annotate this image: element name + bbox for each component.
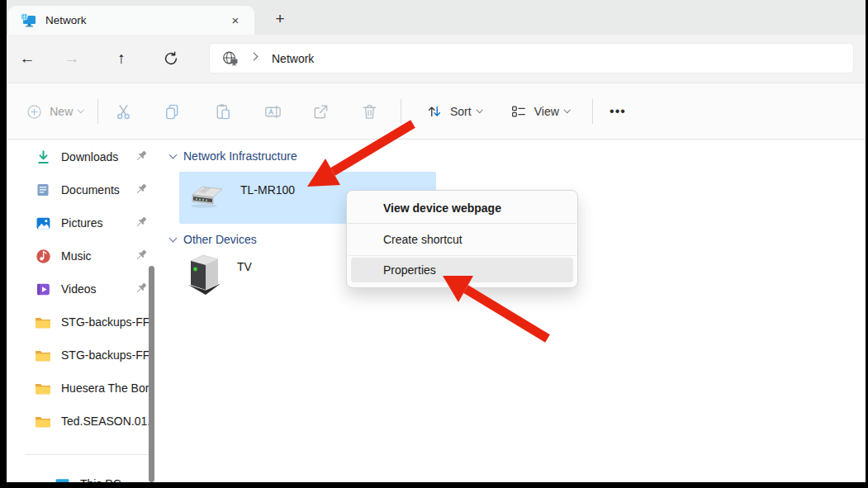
pictures-icon	[35, 215, 51, 231]
folder-icon	[35, 314, 51, 330]
tab-network[interactable]: Network ×	[8, 6, 254, 35]
group-title: Other Devices	[183, 233, 257, 246]
sidebar-item-label: STG-backups-FF	[61, 315, 150, 329]
file-explorer-window: Network × + ← → ↑	[7, 0, 866, 482]
device-name: TV	[237, 260, 252, 303]
sidebar-item-folder[interactable]: Huesera The Bor	[7, 372, 162, 405]
sort-button-label: Sort	[450, 105, 472, 118]
delete-icon	[360, 102, 379, 121]
videos-icon	[35, 281, 51, 297]
paste-button[interactable]	[205, 95, 241, 128]
pushpin-icon	[134, 248, 149, 263]
command-toolbar: New	[7, 83, 866, 140]
chevron-down-icon	[169, 150, 178, 159]
this-pc-icon	[54, 476, 70, 482]
copy-button[interactable]	[154, 95, 190, 128]
tab-close-icon[interactable]: ×	[225, 10, 246, 31]
refresh-icon	[164, 51, 178, 66]
sidebar-item-music[interactable]: Music	[7, 239, 162, 272]
chevron-down-icon	[169, 234, 178, 242]
group-header-other-devices[interactable]: Other Devices	[170, 233, 257, 246]
rename-icon	[263, 102, 282, 121]
sidebar-divider	[25, 454, 152, 455]
sidebar-item-label: Huesera The Bor	[61, 381, 150, 395]
sidebar-item-this-pc[interactable]: This PC	[7, 467, 162, 482]
sidebar-item-folder[interactable]: STG-backups-FF	[7, 339, 162, 372]
sidebar-item-folder[interactable]: STG-backups-FF	[7, 306, 162, 339]
sort-icon	[425, 102, 443, 121]
breadcrumb-location: Network	[272, 52, 314, 65]
device-tile-tv[interactable]: TV	[179, 252, 344, 303]
router-device-icon	[186, 180, 225, 215]
content-area: Downloads Documents	[7, 140, 866, 482]
menu-item-properties[interactable]: Properties	[351, 258, 573, 282]
sidebar-item-documents[interactable]: Documents	[7, 173, 162, 206]
share-icon	[311, 102, 330, 121]
folder-icon	[35, 347, 51, 363]
group-header-network-infrastructure[interactable]: Network Infrastructure	[170, 149, 297, 163]
sidebar-item-folder[interactable]: Ted.SEASON.01.	[7, 405, 162, 438]
device-name: TL-MR100	[240, 183, 295, 224]
back-button[interactable]: ←	[12, 44, 42, 73]
sidebar-item-videos[interactable]: Videos	[7, 272, 162, 306]
group-title: Network Infrastructure	[183, 149, 297, 163]
chevron-down-icon	[476, 107, 482, 113]
context-menu: View device webpage Create shortcut Prop…	[346, 190, 578, 288]
network-devices-icon	[20, 12, 37, 28]
rename-button[interactable]	[254, 95, 291, 128]
new-tab-button[interactable]: +	[268, 7, 292, 31]
chevron-down-icon	[78, 107, 84, 113]
pushpin-icon	[134, 149, 149, 163]
toolbar-divider	[401, 99, 401, 124]
pushpin-icon	[134, 281, 149, 296]
tab-bar: Network × +	[7, 0, 866, 35]
refresh-button[interactable]	[156, 44, 186, 73]
cut-icon	[114, 102, 133, 121]
new-plus-icon	[26, 103, 43, 121]
menu-item-create-shortcut[interactable]: Create shortcut	[347, 225, 577, 254]
share-button[interactable]	[302, 95, 339, 128]
menu-item-view-device-webpage[interactable]: View device webpage	[347, 194, 577, 222]
tv-device-icon	[184, 252, 224, 298]
folder-icon	[35, 413, 51, 429]
chevron-down-icon	[31, 478, 39, 482]
forward-button[interactable]: →	[57, 44, 87, 73]
view-button-label: View	[534, 105, 559, 118]
sort-button[interactable]: Sort	[416, 95, 491, 128]
navigation-sidebar: Downloads Documents	[7, 140, 162, 482]
new-button-label: New	[50, 105, 73, 118]
view-icon	[510, 102, 528, 121]
up-button[interactable]: ↑	[107, 44, 136, 73]
menu-divider	[348, 223, 576, 224]
sidebar-item-pictures[interactable]: Pictures	[7, 206, 162, 239]
pushpin-icon	[134, 182, 149, 197]
delete-button[interactable]	[351, 95, 387, 128]
music-icon	[35, 248, 51, 264]
sidebar-item-label: STG-backups-FF	[61, 348, 150, 362]
chevron-down-icon	[564, 107, 571, 113]
sidebar-scrollbar[interactable]	[149, 266, 154, 482]
tab-title: Network	[45, 14, 225, 26]
copy-icon	[163, 102, 182, 121]
cut-button[interactable]	[105, 95, 141, 128]
folder-icon	[35, 380, 51, 396]
documents-icon	[35, 182, 51, 198]
toolbar-divider	[592, 99, 593, 124]
downloads-icon	[35, 149, 51, 165]
navigation-bar: ← → ↑ Network	[7, 35, 866, 83]
more-options-button[interactable]: •••	[600, 95, 636, 128]
network-globe-icon	[221, 50, 240, 67]
sidebar-item-label: Ted.SEASON.01.	[61, 415, 150, 428]
breadcrumb-chevron-icon	[250, 53, 259, 61]
view-button[interactable]: View	[500, 95, 578, 128]
toolbar-divider	[97, 99, 98, 124]
pushpin-icon	[134, 215, 149, 230]
sidebar-item-downloads[interactable]: Downloads	[7, 140, 162, 173]
address-bar[interactable]: Network	[209, 43, 854, 73]
screenshot-stage: Network × + ← → ↑	[0, 0, 868, 488]
paste-icon	[214, 102, 233, 121]
menu-divider	[348, 255, 576, 256]
new-button[interactable]: New	[17, 95, 92, 128]
